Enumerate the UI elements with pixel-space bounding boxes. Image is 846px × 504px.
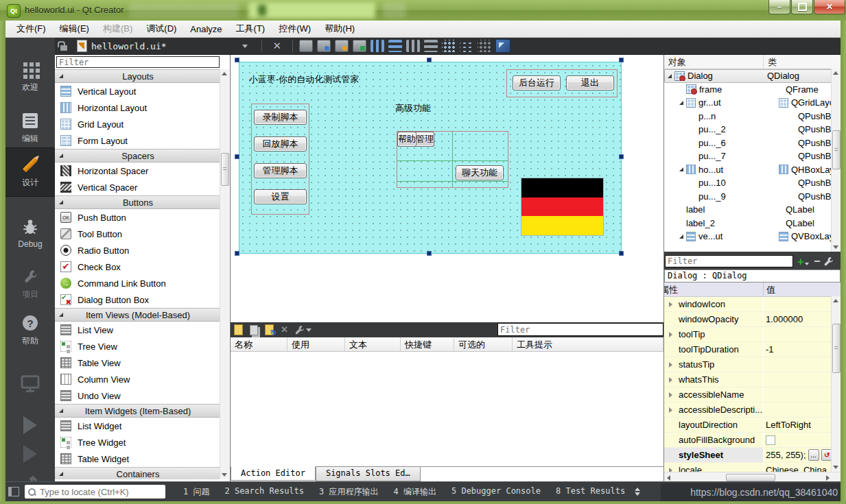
form-button[interactable]: 管理脚本: [254, 163, 307, 178]
widget-item-list-view[interactable]: List View: [55, 322, 221, 338]
widget-item-push-button[interactable]: Push Button: [55, 209, 221, 226]
minimize-button[interactable]: –: [768, 0, 790, 14]
property-expander-icon[interactable]: [669, 377, 672, 383]
object-tree-row[interactable]: frameQFrame: [664, 83, 841, 97]
widget-item-form-layout[interactable]: Form Layout: [55, 132, 221, 149]
scrollbar-thumb[interactable]: [832, 324, 841, 373]
object-tree-row[interactable]: ve...utQVBoxLayout: [664, 230, 841, 243]
widget-item-check-box[interactable]: Check Box: [55, 259, 221, 275]
kit-selector-monitor-icon[interactable]: [5, 375, 55, 393]
menu-item[interactable]: 帮助(H): [318, 21, 362, 37]
close-button[interactable]: ✕: [814, 0, 845, 14]
edit-action-icon[interactable]: [265, 324, 274, 335]
layout-horizontal-icon[interactable]: [371, 40, 384, 52]
selection-handle[interactable]: [427, 251, 432, 256]
menu-item[interactable]: 控件(W): [272, 21, 318, 37]
close-document-icon[interactable]: ✕: [273, 40, 282, 52]
scroll-down-icon[interactable]: [833, 466, 838, 469]
object-tree-row[interactable]: gr...utQGridLayout: [664, 96, 841, 110]
widget-section-layouts[interactable]: Layouts: [55, 69, 221, 83]
edit-buddies-icon[interactable]: [335, 40, 349, 52]
widget-section-spacers[interactable]: Spacers: [55, 149, 221, 163]
scroll-up-icon[interactable]: [222, 72, 227, 75]
scrollbar-thumb[interactable]: [221, 153, 229, 186]
tool-tab-signals-slots[interactable]: Signals Slots Ed…: [316, 467, 421, 481]
form-button[interactable]: 帮助: [397, 132, 416, 147]
widget-item-table-widget[interactable]: Table Widget: [55, 451, 221, 467]
property-expander-icon[interactable]: [669, 332, 672, 337]
layout-horizontal-splitter-icon[interactable]: [406, 40, 420, 52]
property-expander-icon[interactable]: [669, 362, 672, 368]
stylesheet-more-button[interactable]: ...: [808, 449, 819, 461]
delete-action-icon[interactable]: ✕: [281, 324, 288, 335]
layout-grid-icon[interactable]: [442, 40, 456, 52]
action-filter-input[interactable]: [497, 323, 663, 336]
selection-handle[interactable]: [619, 154, 624, 159]
germany-flag-image[interactable]: [521, 178, 604, 236]
widget-box-scrollbar[interactable]: [220, 69, 229, 479]
layout-vertical-icon[interactable]: [388, 40, 402, 52]
locator-input[interactable]: [40, 487, 162, 497]
layout-form-icon[interactable]: [460, 40, 473, 52]
property-row-toolTip[interactable]: toolTip: [664, 327, 841, 342]
output-pane-button[interactable]: 1 问题: [183, 486, 209, 498]
mode-tab-Debug[interactable]: Debug: [5, 218, 55, 249]
tree-expander-icon[interactable]: [668, 74, 672, 78]
mode-tab-项目[interactable]: 项目: [5, 267, 55, 300]
property-object-selector[interactable]: Dialog : QDialog: [664, 269, 841, 283]
widget-section-containers[interactable]: Containers: [55, 467, 221, 479]
new-action-icon[interactable]: [234, 324, 243, 335]
scroll-down-icon[interactable]: [222, 473, 227, 477]
scroll-right-icon[interactable]: [826, 475, 830, 481]
widget-item-undo-view[interactable]: Undo View: [55, 387, 221, 404]
open-document-name[interactable]: helloworld.ui*: [91, 41, 167, 51]
object-tree-row[interactable]: pu..._6QPushButton: [664, 136, 841, 150]
property-row-statusTip[interactable]: statusTip: [664, 357, 841, 372]
property-row-accessibleName[interactable]: accessibleName: [664, 387, 841, 403]
object-tree-row[interactable]: DialogQDialog: [664, 69, 841, 83]
property-scrollbar-horizontal[interactable]: [664, 472, 841, 481]
widget-item-command-link-button[interactable]: Command Link Button: [55, 275, 221, 291]
widget-section-item-views-model-based-[interactable]: Item Views (Model-Based): [55, 308, 221, 322]
object-tree-row[interactable]: pu..._9QPushButton: [664, 190, 841, 204]
menu-item[interactable]: Analyze: [183, 22, 228, 36]
object-tree-row[interactable]: p...nQPushButton: [664, 110, 841, 123]
form-button[interactable]: 回放脚本: [254, 136, 307, 152]
widget-item-tree-view[interactable]: Tree View: [55, 338, 221, 355]
menu-item[interactable]: 工具(T): [229, 21, 272, 37]
menu-item[interactable]: 构建(B): [96, 21, 139, 37]
scroll-up-icon[interactable]: [833, 71, 838, 75]
selection-handle[interactable]: [235, 251, 239, 256]
selection-handle[interactable]: [235, 58, 239, 62]
break-layout-icon[interactable]: [478, 40, 491, 52]
mode-tab-欢迎[interactable]: 欢迎: [5, 60, 55, 93]
output-pane-button[interactable]: 2 Search Results: [224, 486, 304, 498]
edit-signals-slots-icon[interactable]: [317, 40, 331, 52]
configure-wrench-icon[interactable]: [294, 325, 305, 335]
widget-section-buttons[interactable]: Buttons: [55, 195, 221, 209]
widget-item-vertical-spacer[interactable]: Vertical Spacer: [55, 179, 221, 195]
locator-box[interactable]: [25, 485, 165, 499]
output-pane-button[interactable]: 5 Debugger Console: [451, 486, 541, 498]
widget-item-tree-widget[interactable]: Tree Widget: [55, 434, 221, 451]
scrollbar-thumb[interactable]: [726, 474, 775, 481]
form-hbox-layout[interactable]: 后台运行退出: [506, 69, 618, 97]
widget-item-grid-layout[interactable]: Grid Layout: [55, 116, 221, 132]
object-tree-row[interactable]: ho...utQHBoxLayout: [664, 163, 841, 177]
property-scrollbar-vertical[interactable]: [831, 296, 841, 472]
form-grid-layout[interactable]: 聊天功能定时任务通知管理帮助: [397, 131, 508, 188]
scroll-up-icon[interactable]: [833, 299, 838, 302]
property-expander-icon[interactable]: [669, 302, 672, 307]
form-button[interactable]: 聊天功能: [456, 165, 504, 180]
selection-handle[interactable]: [427, 58, 432, 62]
scroll-left-icon[interactable]: [667, 475, 670, 481]
property-settings-wrench-icon[interactable]: [823, 256, 834, 267]
dialog-form-canvas[interactable]: 小蓝枣-你的自动化测试管家 后台运行退出 录制脚本回放脚本管理脚本设置 高级功能…: [239, 62, 622, 254]
menu-item[interactable]: 文件(F): [10, 21, 53, 37]
layout-vertical-splitter-icon[interactable]: [424, 40, 438, 52]
property-row-styleSheet[interactable]: styleSheet255, 255);...↺: [664, 448, 841, 463]
debug-run-icon[interactable]: [5, 445, 55, 463]
run-play-icon[interactable]: [5, 416, 55, 434]
output-pane-button[interactable]: 8 Test Results: [556, 486, 625, 498]
document-dropdown-caret-icon[interactable]: [242, 45, 248, 48]
